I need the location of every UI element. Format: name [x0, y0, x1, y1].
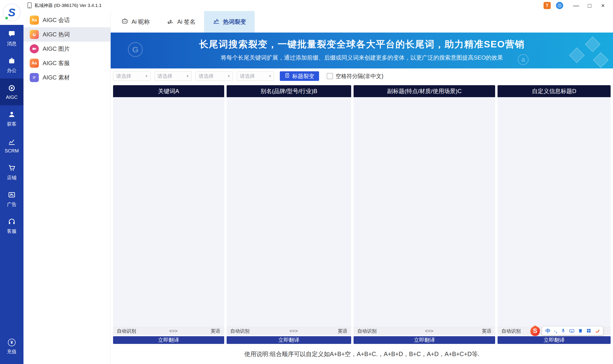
- titlebar: 私域神器 (ID-386176) Ver 3.4.1.1 T — □ ×: [24, 0, 613, 11]
- signature-pen-icon: [167, 17, 174, 26]
- window-title: 私域神器 (ID-386176) Ver 3.4.1.1: [35, 2, 102, 9]
- online-status-dot: [5, 16, 8, 20]
- tab-ai-nickname[interactable]: Ai 昵称: [113, 11, 158, 33]
- column-header: 副标题(特点/材质/使用场景)C: [354, 85, 495, 97]
- chevron-down-icon: ▾: [187, 74, 189, 78]
- rail-item-messages[interactable]: 消息: [0, 25, 24, 52]
- sogou-logo-icon[interactable]: S: [529, 325, 541, 337]
- swap-languages-icon[interactable]: <=>: [169, 328, 177, 334]
- ime-toolbar: S 中 ·,: [529, 325, 603, 337]
- space-separator-checkbox[interactable]: [327, 73, 333, 79]
- app-window: S 消息 办公 AIGC 获客: [0, 0, 613, 364]
- promo-banner: G ♪ a 长尾词搜索裂变，一键批量裂变全球各大平台的长尾词，助力精准SEO营销…: [111, 33, 613, 68]
- cart-icon: [7, 164, 16, 172]
- usage-instructions: 使用说明:组合顺序可以自定义如A+B+空，A+B+C.，A+B+D，B+C，A+…: [111, 344, 613, 364]
- space-separator-label: 空格符分隔(非中文): [336, 73, 383, 80]
- title-split-button[interactable]: 标题裂变: [280, 71, 319, 81]
- sidebar-item-aigc-session[interactable]: Aa AIGC 会话: [24, 13, 110, 27]
- target-language[interactable]: 英语: [211, 328, 220, 334]
- robot-icon: [121, 17, 128, 26]
- tab-ai-signature[interactable]: Ai 签名: [158, 11, 204, 33]
- tab-label: Ai 签名: [177, 18, 195, 26]
- swap-languages-icon[interactable]: <=>: [425, 328, 433, 334]
- rail-item-aigc[interactable]: AIGC: [0, 78, 24, 105]
- tab-label: 热词裂变: [223, 18, 246, 26]
- rail-item-label: 店铺: [7, 174, 16, 181]
- rail-item-shop[interactable]: 店铺: [0, 159, 24, 186]
- maximize-button[interactable]: □: [583, 0, 596, 11]
- rail-item-label: 广告: [7, 201, 16, 208]
- subtitle-c-input[interactable]: [354, 97, 495, 327]
- language-row: 自动识别 <=> 英语: [354, 327, 495, 335]
- tab-hotword-split[interactable]: 热词裂变: [204, 11, 255, 33]
- logo-letter: S: [8, 6, 15, 19]
- rail-item-leads[interactable]: 获客: [0, 105, 24, 132]
- sidebar-item-aigc-material[interactable]: AIGC 素材: [24, 70, 110, 85]
- sidebar-item-label: AIGC 热词: [43, 31, 70, 38]
- nav-rail: S 消息 办公 AIGC 获客: [0, 0, 24, 364]
- aa-badge-icon: Aa: [30, 15, 39, 25]
- keyboard-icon[interactable]: [569, 328, 574, 333]
- rail-item-ads[interactable]: 广告: [0, 186, 24, 212]
- list-icon: [30, 73, 39, 82]
- filter-select-4[interactable]: 请选择 ▾: [237, 71, 274, 81]
- custom-d-input[interactable]: [498, 97, 611, 327]
- filter-select-1[interactable]: 请选择 ▾: [113, 71, 150, 81]
- yuan-icon: ¥: [8, 339, 15, 346]
- column-alias-b: 别名(品牌/型号/行业)B 自动识别 <=> 英语 立即翻译: [227, 85, 351, 344]
- columns-area: 关键词A 自动识别 <=> 英语 立即翻译 别名(品牌/型号/行业)B: [111, 84, 613, 344]
- space-separator-option: 空格符分隔(非中文): [327, 73, 383, 80]
- translate-button[interactable]: 立即翻译: [227, 336, 351, 344]
- source-language[interactable]: 自动识别: [117, 328, 136, 334]
- sidebar-item-aigc-image[interactable]: AIGC 图片: [24, 42, 110, 56]
- alarm-clock-icon[interactable]: [556, 2, 563, 9]
- swap-languages-icon[interactable]: <=>: [289, 328, 298, 334]
- source-language[interactable]: 自动识别: [231, 328, 250, 334]
- ime-punctuation-mode[interactable]: ·,: [554, 328, 557, 333]
- sidebar: Aa AIGC 会话 AIGC 热词 AIGC 图片 Aa: [24, 11, 111, 364]
- source-language[interactable]: 自动识别: [357, 328, 377, 334]
- select-value: 请选择: [240, 73, 255, 79]
- target-language[interactable]: 英语: [338, 328, 347, 334]
- alias-b-input[interactable]: [227, 97, 351, 327]
- pepper-icon[interactable]: [595, 328, 599, 333]
- ime-language-mode[interactable]: 中: [545, 328, 550, 333]
- video-camera-icon: [30, 44, 39, 53]
- tab-label: Ai 昵称: [132, 18, 150, 26]
- source-language[interactable]: 自动识别: [501, 328, 520, 334]
- target-language[interactable]: 英语: [482, 328, 491, 334]
- minimize-button[interactable]: —: [569, 0, 583, 11]
- translate-button[interactable]: 立即翻译: [113, 336, 224, 344]
- flame-icon: [30, 30, 39, 39]
- trend-chart-icon: [213, 17, 220, 26]
- select-value: 请选择: [199, 73, 214, 79]
- rail-item-support[interactable]: 客服: [0, 212, 24, 239]
- filter-select-3[interactable]: 请选择 ▾: [195, 71, 233, 81]
- user-icon: [7, 110, 16, 119]
- column-header: 自定义信息标题D: [498, 85, 611, 97]
- app-logo: S: [0, 0, 24, 25]
- ime-bar: 中 ·,: [542, 326, 603, 335]
- sidebar-item-aigc-service[interactable]: Aa AIGC 客服: [24, 56, 110, 70]
- rail-item-recharge[interactable]: ¥ 充值: [0, 333, 24, 360]
- rail-item-office[interactable]: 办公: [0, 52, 24, 78]
- translate-button[interactable]: 立即翻译: [354, 336, 495, 344]
- chart-icon: [7, 137, 16, 146]
- t-badge-icon[interactable]: T: [544, 2, 551, 9]
- rail-item-scrm[interactable]: SCRM: [0, 132, 24, 159]
- document-icon: [285, 73, 290, 79]
- translate-button[interactable]: 立即翻译: [498, 336, 611, 344]
- headset-icon: [7, 217, 16, 226]
- column-body: [227, 97, 351, 327]
- keyword-a-input[interactable]: [113, 97, 224, 327]
- briefcase-icon: [7, 56, 16, 65]
- toolbox-grid-icon[interactable]: [586, 328, 591, 333]
- language-row: 自动识别 <=> 英语: [113, 327, 224, 335]
- rail-item-label: 充值: [7, 349, 16, 355]
- skin-shirt-icon[interactable]: [578, 328, 583, 333]
- close-button[interactable]: ×: [596, 0, 610, 11]
- sidebar-item-aigc-hotword[interactable]: AIGC 热词: [24, 27, 110, 42]
- column-body: [354, 97, 495, 327]
- microphone-icon[interactable]: [561, 328, 566, 333]
- filter-select-2[interactable]: 请选择 ▾: [154, 71, 192, 81]
